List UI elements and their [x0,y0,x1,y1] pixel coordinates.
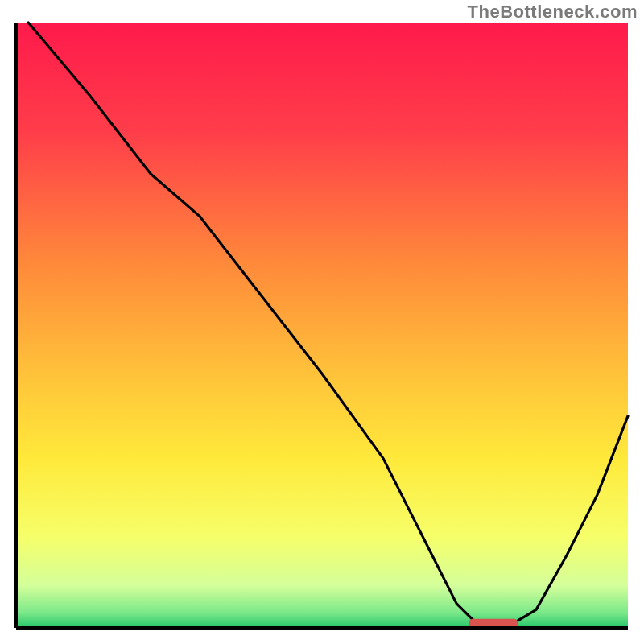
chart-svg [0,0,644,644]
watermark-text: TheBottleneck.com [468,2,638,23]
bottleneck-chart: TheBottleneck.com [0,0,644,644]
plot-background [16,23,628,628]
